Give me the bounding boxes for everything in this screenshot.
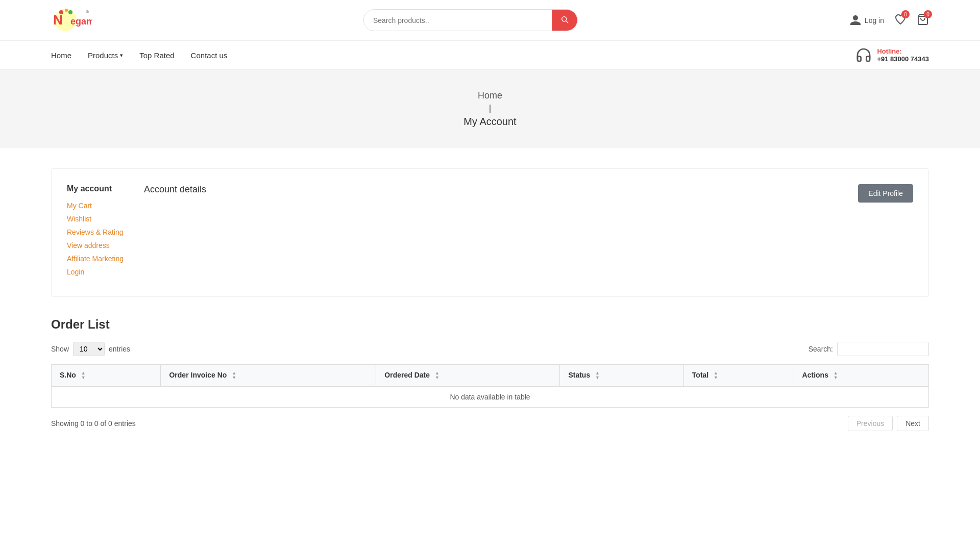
no-data-cell: No data available in table (52, 387, 929, 408)
logo-area[interactable]: N egamaa ® (51, 6, 92, 34)
table-search-input[interactable] (837, 342, 929, 356)
col-total[interactable]: Total ▲▼ (683, 365, 794, 387)
col-status[interactable]: Status ▲▼ (560, 365, 683, 387)
hotline-area: Hotline: +91 83000 74343 (855, 47, 929, 63)
col-sno-label: S.No (60, 371, 76, 379)
search-label: Search: (808, 345, 833, 353)
login-label: Log in (865, 16, 884, 24)
nav-top-rated[interactable]: Top Rated (139, 51, 174, 60)
nav-home[interactable]: Home (51, 51, 71, 60)
svg-text:N: N (53, 12, 63, 28)
search-bar[interactable] (363, 9, 578, 31)
col-actions[interactable]: Actions ▲▼ (794, 365, 928, 387)
show-label: Show (51, 345, 69, 353)
edit-profile-button[interactable]: Edit Profile (858, 184, 913, 203)
wishlist-badge: 0 (901, 10, 910, 18)
account-card: My account My Cart Wishlist Reviews & Ra… (51, 168, 929, 297)
affiliate-marketing-link[interactable]: Affiliate Marketing (67, 255, 124, 263)
order-section: Order List Show 10 25 50 100 entries Sea… (51, 317, 929, 431)
showing-text: Showing 0 to 0 of 0 entries (51, 419, 136, 428)
col-invoice[interactable]: Order Invoice No ▲▼ (161, 365, 376, 387)
search-button[interactable] (552, 10, 577, 31)
user-icon (849, 14, 862, 27)
col-total-label: Total (692, 371, 708, 379)
pagination-row: Showing 0 to 0 of 0 entries Previous Nex… (51, 416, 929, 431)
col-date-sort-icon: ▲▼ (435, 371, 439, 380)
account-details: Account details (124, 184, 858, 195)
hotline-label: Hotline: (877, 47, 929, 55)
header-right: Log in 0 0 (849, 13, 929, 27)
col-invoice-sort-icon: ▲▼ (232, 371, 236, 380)
main-content: My account My Cart Wishlist Reviews & Ra… (0, 148, 980, 452)
svg-text:egamaa: egamaa (70, 16, 92, 27)
col-invoice-label: Order Invoice No (169, 371, 227, 379)
col-sno-sort-icon: ▲▼ (81, 371, 86, 380)
svg-point-4 (68, 10, 72, 14)
nav-contact-us[interactable]: Contact us (191, 51, 228, 60)
account-sidebar: My account My Cart Wishlist Reviews & Ra… (67, 184, 124, 281)
login-link[interactable]: Login (67, 268, 124, 276)
table-controls: Show 10 25 50 100 entries Search: (51, 342, 929, 356)
wishlist-icon-area[interactable]: 0 (894, 13, 906, 27)
order-table: S.No ▲▼ Order Invoice No ▲▼ Ordered Date… (51, 364, 929, 408)
cart-icon-area[interactable]: 0 (917, 13, 929, 27)
entries-select[interactable]: 10 25 50 100 (73, 342, 105, 356)
search-input[interactable] (364, 11, 552, 30)
account-details-title: Account details (144, 184, 858, 195)
nav-left: Home Products ▾ Top Rated Contact us (51, 51, 227, 60)
col-sno[interactable]: S.No ▲▼ (52, 365, 161, 387)
svg-point-2 (59, 10, 63, 14)
table-header-row: S.No ▲▼ Order Invoice No ▲▼ Ordered Date… (52, 365, 929, 387)
col-total-sort-icon: ▲▼ (714, 371, 718, 380)
hotline-text: Hotline: +91 83000 74343 (877, 47, 929, 63)
col-actions-label: Actions (802, 371, 828, 379)
header: N egamaa ® Log in 0 0 (0, 0, 980, 41)
col-status-sort-icon: ▲▼ (595, 371, 600, 380)
col-date-label: Ordered Date (384, 371, 430, 379)
entries-label: entries (109, 345, 130, 353)
col-actions-sort-icon: ▲▼ (834, 371, 838, 380)
breadcrumb-section: Home | My Account (0, 70, 980, 148)
table-head: S.No ▲▼ Order Invoice No ▲▼ Ordered Date… (52, 365, 929, 387)
show-entries-area: Show 10 25 50 100 entries (51, 342, 130, 356)
no-data-row: No data available in table (52, 387, 929, 408)
cart-badge: 0 (924, 10, 932, 18)
logo-icon: N egamaa ® (51, 6, 92, 34)
products-dropdown-icon: ▾ (120, 52, 123, 59)
table-search-area: Search: (808, 342, 929, 356)
breadcrumb-separator: | (51, 103, 929, 114)
table-body: No data available in table (52, 387, 929, 408)
wishlist-link[interactable]: Wishlist (67, 215, 124, 223)
pagination-buttons: Previous Next (848, 416, 929, 431)
next-button[interactable]: Next (897, 416, 929, 431)
my-cart-link[interactable]: My Cart (67, 202, 124, 210)
hotline-number: +91 83000 74343 (877, 55, 929, 63)
account-sidebar-title: My account (67, 184, 124, 193)
reviews-rating-link[interactable]: Reviews & Rating (67, 228, 124, 236)
col-status-label: Status (568, 371, 590, 379)
headset-icon (855, 47, 872, 63)
breadcrumb-home[interactable]: Home (478, 90, 502, 101)
nav: Home Products ▾ Top Rated Contact us Hot… (0, 41, 980, 70)
user-login-area[interactable]: Log in (849, 14, 884, 27)
breadcrumb-current: My Account (463, 116, 516, 127)
view-address-link[interactable]: View address (67, 241, 124, 249)
order-list-title: Order List (51, 317, 929, 332)
prev-button[interactable]: Previous (848, 416, 893, 431)
nav-products[interactable]: Products ▾ (88, 51, 123, 60)
search-icon (560, 15, 569, 24)
svg-point-3 (65, 9, 68, 12)
col-date[interactable]: Ordered Date ▲▼ (376, 365, 560, 387)
svg-text:®: ® (86, 10, 89, 14)
